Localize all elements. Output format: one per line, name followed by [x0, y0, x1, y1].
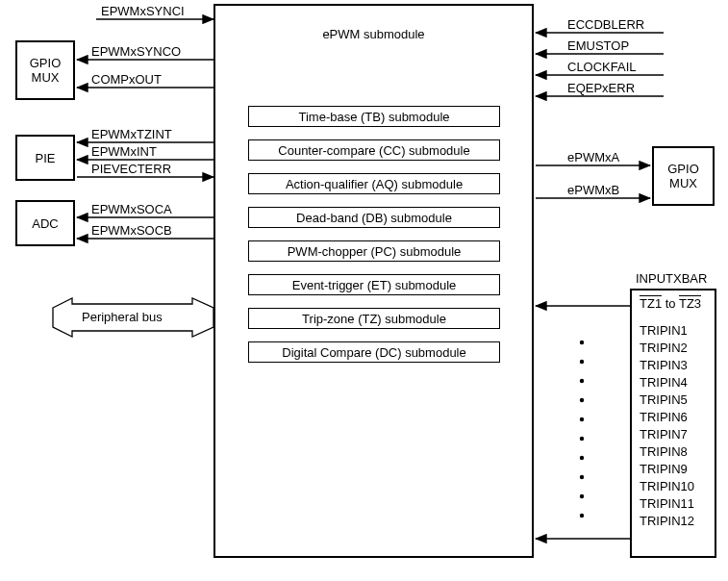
xbar-item: TRIPIN2 [640, 340, 707, 357]
xbar-item: TRIPIN3 [640, 357, 707, 374]
xbar-item: TRIPIN10 [640, 478, 707, 495]
svg-point-23 [580, 475, 584, 479]
svg-point-20 [580, 417, 584, 421]
sig-eqepxerr: EQEPxERR [567, 81, 635, 95]
inputxbar-title: INPUTXBAR [636, 271, 707, 286]
svg-point-19 [580, 398, 584, 402]
sig-epwmxsynco: EPWMxSYNCO [91, 44, 181, 59]
submodule-pc: PWM-chopper (PC) submodule [248, 240, 500, 262]
gpio-mux-left: GPIO MUX [15, 40, 75, 100]
xbar-list: TRIPIN1TRIPIN2TRIPIN3TRIPIN4TRIPIN5TRIPI… [640, 322, 707, 530]
sig-pievecterr: PIEVECTERR [91, 162, 171, 176]
adc-block: ADC [15, 200, 75, 246]
pie-block: PIE [15, 135, 75, 181]
svg-point-24 [580, 494, 584, 498]
svg-point-18 [580, 379, 584, 383]
submodule-dc: Digital Compare (DC) submodule [248, 341, 500, 363]
sig-epwmxint: EPWMxINT [91, 144, 157, 159]
xbar-item: TRIPIN7 [640, 426, 707, 443]
submodule-cc: Counter-compare (CC) submodule [248, 139, 500, 161]
xbar-first: TZ1 to TZ3 [640, 296, 707, 311]
svg-point-25 [580, 514, 584, 518]
sig-emustop: EMUSTOP [567, 38, 629, 53]
svg-point-17 [580, 360, 584, 364]
xbar-item: TRIPIN9 [640, 461, 707, 478]
svg-point-16 [580, 341, 584, 344]
sig-compxout: COMPxOUT [91, 72, 162, 87]
svg-point-22 [580, 456, 584, 460]
sig-epwmxsocb: EPWMxSOCB [91, 223, 172, 238]
sig-epwmxsynci: EPWMxSYNCI [101, 4, 185, 18]
sig-epwmxtzint: EPWMxTZINT [91, 127, 172, 141]
xbar-item: TRIPIN1 [640, 322, 707, 340]
sig-epwmxa: ePWMxA [567, 150, 619, 164]
sig-epwmxsoca: EPWMxSOCA [91, 202, 172, 216]
sig-clockfail: CLOCKFAIL [567, 60, 637, 74]
svg-point-21 [580, 437, 584, 441]
xbar-item: TRIPIN4 [640, 374, 707, 392]
submodule-aq: Action-qualifier (AQ) submodule [248, 173, 500, 194]
xbar-item: TRIPIN6 [640, 409, 707, 426]
sig-epwmxb: ePWMxB [567, 183, 619, 197]
submodule-tz: Trip-zone (TZ) submodule [248, 308, 500, 329]
xbar-item: TRIPIN11 [640, 495, 707, 513]
peripheral-bus-label: Peripheral bus [82, 310, 163, 324]
sig-eccdblerr: ECCDBLERR [567, 17, 644, 32]
xbar-item: TRIPIN8 [640, 443, 707, 461]
xbar-item: TRIPIN12 [640, 513, 707, 530]
submodule-db: Dead-band (DB) submodule [248, 207, 500, 228]
submodule-tb: Time-base (TB) submodule [248, 106, 500, 127]
xbar-item: TRIPIN5 [640, 392, 707, 409]
inputxbar-box: TZ1 to TZ3 TRIPIN1TRIPIN2TRIPIN3TRIPIN4T… [630, 289, 716, 558]
gpio-mux-right: GPIO MUX [652, 146, 715, 206]
epwm-title: ePWM submodule [322, 27, 424, 41]
submodule-et: Event-trigger (ET) submodule [248, 274, 500, 295]
